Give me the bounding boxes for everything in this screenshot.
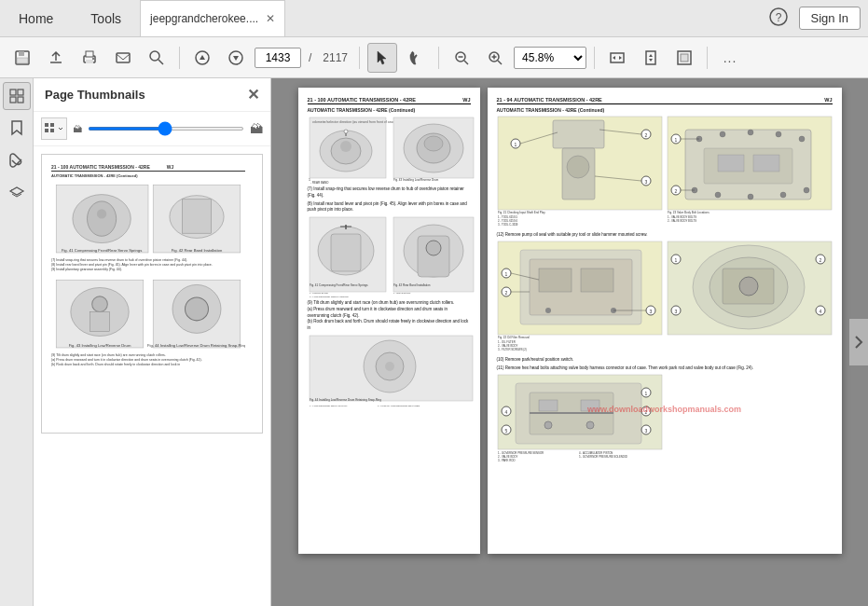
thumb-subtitle: AUTOMATIC TRANSMISSION - 42RE (Continued…	[51, 173, 245, 178]
svg-rect-27	[10, 97, 16, 103]
email-button[interactable]	[108, 43, 138, 73]
hand-tool-button[interactable]	[401, 43, 431, 73]
file-tab-name: jeepgrandcherokee....	[150, 12, 258, 25]
upload-button[interactable]	[41, 43, 71, 73]
left-subtitle: AUTOMATIC TRANSMISSION - 42RE (Continued…	[308, 107, 471, 113]
svg-text:2 - HUB OF LOW/REVERSE RETAINE: 2 - HUB OF LOW/REVERSE RETAINER	[378, 405, 420, 407]
left-step-7: (7) Install snap-ring that secures low r…	[308, 186, 471, 200]
thumbnails-sidebar-button[interactable]	[3, 82, 31, 110]
right-fig24: 1 2 3 4 5 1 - GOVERNOR PRESSURE SENSOR	[497, 374, 663, 467]
separator-4	[594, 47, 595, 69]
signin-button[interactable]: Sign In	[799, 7, 861, 30]
svg-rect-90	[553, 120, 604, 148]
document-scroll[interactable]: 21 - 100 AUTOMATIC TRANSMISSION - 42RE W…	[271, 78, 868, 606]
next-page-nav-button[interactable]	[849, 319, 868, 365]
thumbnail-panel-title: Page Thumbnails	[45, 88, 247, 102]
svg-point-111	[776, 131, 781, 137]
svg-rect-32	[50, 129, 54, 132]
svg-rect-67	[331, 234, 361, 271]
svg-rect-120	[753, 155, 779, 172]
svg-text:Fig. 41 Compressing Front/Rear: Fig. 41 Compressing Front/Rear Servo Spr…	[310, 283, 368, 287]
thumb-figure-2: Fig. 43 Installing Low/Reverse Drum Fig.…	[51, 275, 245, 352]
svg-text:- REAR BAND: - REAR BAND	[310, 181, 329, 185]
right-fig-detail-container: 1 2 3 4	[667, 241, 833, 353]
right-note10: (10) Remove park/neutral position switch…	[497, 357, 833, 364]
thumbnail-panel-close-button[interactable]: ✕	[247, 86, 259, 103]
svg-rect-24	[681, 54, 688, 62]
svg-text:1: 1	[674, 137, 677, 143]
more-options-button[interactable]: ...	[715, 43, 745, 73]
svg-point-115	[748, 194, 753, 200]
svg-line-11	[158, 60, 163, 64]
right-fig24-container: 1 2 3 4 5 1 - GOVERNOR PRESSURE SENSOR	[497, 374, 833, 468]
thumb-figure-1: Fig. 41 Compressing Front/Rear Servo Spr…	[51, 180, 245, 257]
right-header-code: WJ	[824, 97, 832, 103]
svg-text:4: 4	[819, 309, 821, 314]
right-note11: (11) Remove hex head bolts attaching val…	[497, 365, 833, 372]
prev-page-button[interactable]	[187, 43, 217, 73]
upload-icon	[48, 49, 64, 66]
page-number-input[interactable]	[255, 48, 301, 68]
pdf-page-right: www.downloadworkshopmanuals.com 21 - 94 …	[488, 88, 842, 554]
zoom-in-button[interactable]	[480, 43, 510, 73]
save-icon	[14, 49, 31, 66]
fit-width-icon	[609, 49, 626, 66]
thumb-text-2: (9) Tilt drum slightly and start race (o…	[51, 353, 245, 367]
home-tab[interactable]: Home	[0, 0, 72, 36]
svg-text:5: 5	[504, 428, 507, 434]
page-spread: 21 - 100 AUTOMATIC TRANSMISSION - 42RE W…	[298, 88, 842, 554]
right-fig22: 1 2 3 Fig. 22 Oil Filter Removal 1 - OIL…	[497, 241, 663, 352]
fit-visible-button[interactable]	[669, 43, 699, 73]
tab-close-button[interactable]: ✕	[266, 12, 275, 25]
print-icon	[81, 49, 98, 66]
save-button[interactable]	[7, 43, 37, 73]
thumbnail-grid-toggle[interactable]	[41, 117, 67, 140]
svg-text:Fig. 44 Installing Low/Reverse: Fig. 44 Installing Low/Reverse Drum Reta…	[310, 398, 381, 402]
svg-line-16	[464, 61, 468, 64]
attachments-sidebar-button[interactable]	[3, 145, 31, 173]
svg-text:1: 1	[644, 391, 647, 396]
file-tab[interactable]: jeepgrandcherokee.... ✕	[140, 0, 285, 36]
svg-text:2 - VALVE BODY BOLTS: 2 - VALVE BODY BOLTS	[668, 219, 696, 223]
fit-visible-icon	[676, 49, 693, 66]
layers-sidebar-button[interactable]	[3, 177, 31, 205]
svg-rect-9	[117, 53, 130, 62]
search-button[interactable]	[142, 43, 172, 73]
right-subtitle: AUTOMATIC TRANSMISSION - 42RE (Continued…	[497, 107, 833, 113]
fit-page-button[interactable]	[636, 43, 666, 73]
thumbnail-scroll-area[interactable]: 21 - 100 AUTOMATIC TRANSMISSION - 42RE W…	[34, 146, 270, 606]
bookmarks-sidebar-button[interactable]	[3, 114, 31, 142]
page-of-label: /	[309, 51, 311, 64]
svg-rect-133	[539, 269, 572, 292]
hand-icon	[407, 49, 424, 66]
thumbnails-icon	[8, 88, 25, 104]
thumbnail-panel-header: Page Thumbnails ✕	[34, 78, 270, 112]
thumb-page-header: 21 - 100 AUTOMATIC TRANSMISSION - 42RE W…	[51, 164, 245, 172]
next-page-button[interactable]	[221, 43, 251, 73]
svg-point-83	[385, 362, 394, 371]
page-total-label: 2117	[323, 51, 348, 64]
left-step-8: (8) Install rear band lever and pivot pi…	[308, 201, 471, 214]
left-header-code: WJ	[462, 97, 470, 103]
zoom-out-button[interactable]	[447, 43, 476, 73]
left-figures-top: odometer/selector direction (as viewed f…	[308, 116, 475, 186]
separator-1	[179, 47, 180, 69]
svg-text:?: ?	[775, 11, 781, 24]
right-arrow-icon	[854, 335, 863, 350]
document-area: 21 - 100 AUTOMATIC TRANSMISSION - 42RE W…	[271, 78, 868, 606]
print-button[interactable]	[75, 43, 104, 73]
svg-rect-4	[17, 58, 28, 63]
svg-point-63	[424, 136, 443, 151]
cursor-tool-button[interactable]	[367, 43, 397, 73]
fit-width-button[interactable]	[602, 43, 632, 73]
watermark: www.downloadworkshopmanuals.com	[587, 405, 741, 414]
zoom-out-icon	[453, 49, 470, 66]
tools-tab[interactable]: Tools	[72, 0, 140, 36]
svg-text:Fig. 21 Checking Input Shaft E: Fig. 21 Checking Input Shaft End Play	[498, 211, 545, 214]
right-figures-top: 1 2 3 Fig. 21 Checking Input Shaft End P…	[497, 116, 833, 228]
help-button[interactable]: ?	[758, 7, 799, 29]
thumbnail-size-slider[interactable]	[88, 127, 244, 131]
zoom-select[interactable]: 45.8% 50% 75% 100% Fit Page Fit Width	[514, 47, 586, 69]
list-item[interactable]: 21 - 100 AUTOMATIC TRANSMISSION - 42RE W…	[41, 154, 263, 434]
svg-rect-31	[45, 129, 48, 132]
